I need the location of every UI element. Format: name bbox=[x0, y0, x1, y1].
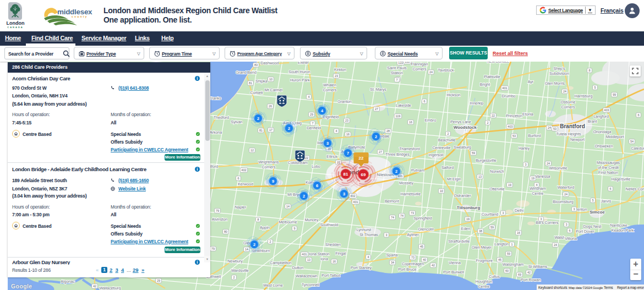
svg-text:Wallacetown: Wallacetown bbox=[296, 274, 318, 278]
svg-text:Mossley: Mossley bbox=[399, 181, 413, 185]
svg-text:Brant: Brant bbox=[588, 119, 597, 123]
svg-text:3: 3 bbox=[525, 163, 526, 166]
svg-text:Tyrconnell: Tyrconnell bbox=[302, 283, 319, 287]
svg-text:2: 2 bbox=[375, 134, 377, 139]
svg-text:Glencolin: Glencolin bbox=[418, 227, 434, 231]
svg-text:69: 69 bbox=[518, 273, 521, 276]
svg-text:401: 401 bbox=[353, 200, 358, 204]
svg-text:27: 27 bbox=[379, 150, 382, 154]
svg-text:Melbourne: Melbourne bbox=[279, 220, 297, 224]
svg-text:42: 42 bbox=[527, 271, 531, 274]
svg-text:Whalen: Whalen bbox=[323, 83, 336, 87]
svg-text:Centre: Centre bbox=[478, 284, 489, 288]
svg-text:4: 4 bbox=[308, 95, 309, 99]
svg-text:Southwold: Southwold bbox=[320, 223, 339, 227]
svg-text:Springfield: Springfield bbox=[413, 216, 432, 221]
svg-text:26: 26 bbox=[269, 105, 272, 108]
svg-text:Onondaga: Onondaga bbox=[593, 130, 612, 134]
svg-text:2: 2 bbox=[253, 242, 255, 247]
svg-text:Copenhagen: Copenhagen bbox=[402, 262, 424, 266]
svg-text:Putnam: Putnam bbox=[411, 168, 424, 172]
svg-text:Eden: Eden bbox=[461, 227, 470, 231]
svg-text:9: 9 bbox=[272, 179, 274, 184]
svg-text:South Huron: South Huron bbox=[288, 70, 310, 74]
svg-text:79: 79 bbox=[216, 209, 219, 212]
svg-text:Innerkip: Innerkip bbox=[470, 101, 484, 106]
svg-text:16: 16 bbox=[409, 121, 412, 124]
svg-text:59: 59 bbox=[490, 226, 494, 229]
svg-text:83: 83 bbox=[254, 63, 258, 67]
svg-text:Thedford: Thedford bbox=[214, 116, 229, 119]
svg-text:Jarvis: Jarvis bbox=[601, 199, 612, 203]
svg-text:Otterville: Otterville bbox=[489, 187, 505, 191]
svg-text:Dashwood: Dashwood bbox=[260, 62, 279, 65]
svg-text:Cultus: Cultus bbox=[489, 275, 500, 278]
svg-text:Princeton: Princeton bbox=[506, 114, 522, 118]
svg-text:Hagersville: Hagersville bbox=[612, 177, 631, 182]
svg-text:3: 3 bbox=[565, 223, 567, 226]
svg-text:Harley: Harley bbox=[519, 146, 530, 151]
svg-text:Osborne: Osborne bbox=[561, 100, 576, 104]
svg-text:Straffordville: Straffordville bbox=[449, 239, 470, 243]
svg-text:Harrisburg: Harrisburg bbox=[575, 94, 593, 99]
svg-text:Kerwood: Kerwood bbox=[238, 182, 253, 186]
svg-text:122: 122 bbox=[405, 62, 410, 63]
svg-text:17: 17 bbox=[269, 128, 272, 132]
svg-text:Beachville: Beachville bbox=[438, 138, 456, 142]
svg-text:Centreville: Centreville bbox=[432, 146, 450, 150]
svg-text:Mt Elgin: Mt Elgin bbox=[447, 177, 461, 182]
svg-text:Sylvan: Sylvan bbox=[231, 120, 242, 124]
svg-text:2: 2 bbox=[269, 240, 271, 243]
svg-text:Appin: Appin bbox=[260, 226, 270, 230]
svg-text:Denfield: Denfield bbox=[307, 126, 321, 130]
svg-text:Exeter: Exeter bbox=[298, 62, 309, 64]
svg-text:3: 3 bbox=[573, 207, 575, 211]
svg-text:7: 7 bbox=[312, 122, 313, 125]
svg-text:Embro: Embro bbox=[425, 118, 436, 122]
svg-text:13: 13 bbox=[307, 258, 310, 261]
svg-text:Norwich: Norwich bbox=[490, 169, 504, 173]
svg-text:Iona Station: Iona Station bbox=[309, 252, 329, 256]
svg-text:Wilsonville: Wilsonville bbox=[549, 166, 567, 170]
svg-text:West Lorne: West Lorne bbox=[263, 283, 283, 287]
svg-text:Tutela Heights: Tutela Heights bbox=[556, 132, 581, 136]
svg-text:13: 13 bbox=[478, 175, 482, 178]
svg-text:Caledonia: Caledonia bbox=[631, 146, 644, 150]
svg-text:Kirkton: Kirkton bbox=[334, 68, 346, 72]
svg-text:Muncey: Muncey bbox=[305, 218, 319, 222]
svg-text:27: 27 bbox=[375, 107, 378, 111]
svg-text:19: 19 bbox=[531, 177, 534, 180]
svg-text:Simcoe: Simcoe bbox=[590, 210, 605, 215]
svg-text:Thamesford: Thamesford bbox=[399, 147, 419, 151]
svg-text:Mississaugas: Mississaugas bbox=[597, 161, 620, 165]
svg-text:Wardsville: Wardsville bbox=[231, 269, 249, 272]
svg-text:Fingal: Fingal bbox=[335, 251, 346, 256]
svg-text:4: 4 bbox=[536, 183, 537, 187]
svg-text:28: 28 bbox=[386, 129, 390, 133]
svg-text:6: 6 bbox=[609, 187, 611, 190]
svg-text:402: 402 bbox=[241, 168, 246, 172]
svg-text:8: 8 bbox=[257, 218, 259, 221]
svg-text:Ettrick: Ettrick bbox=[326, 155, 337, 158]
svg-text:Hickson: Hickson bbox=[447, 93, 461, 97]
svg-text:403: 403 bbox=[507, 125, 512, 128]
svg-text:Walsingham: Walsingham bbox=[503, 262, 523, 267]
svg-text:Mt Carmel: Mt Carmel bbox=[265, 88, 283, 92]
svg-text:10: 10 bbox=[269, 78, 272, 81]
svg-text:53: 53 bbox=[512, 134, 516, 138]
svg-text:Nelles Corners: Nelles Corners bbox=[626, 187, 644, 191]
svg-text:6: 6 bbox=[316, 183, 318, 188]
svg-text:Port Rowan: Port Rowan bbox=[521, 278, 541, 282]
svg-text:19: 19 bbox=[508, 183, 511, 187]
svg-text:74: 74 bbox=[391, 216, 394, 219]
svg-text:Nanticoke: Nanticoke bbox=[610, 223, 627, 227]
svg-text:Station: Station bbox=[391, 71, 403, 75]
svg-text:Newport: Newport bbox=[570, 138, 585, 142]
svg-text:Wrightmans: Wrightmans bbox=[258, 160, 279, 165]
svg-text:Corbett: Corbett bbox=[250, 91, 263, 95]
svg-text:40: 40 bbox=[423, 258, 426, 261]
svg-text:Houghton: Houghton bbox=[476, 280, 492, 284]
svg-text:2: 2 bbox=[288, 126, 290, 131]
svg-text:8: 8 bbox=[588, 69, 590, 72]
svg-text:county: county bbox=[72, 15, 88, 18]
